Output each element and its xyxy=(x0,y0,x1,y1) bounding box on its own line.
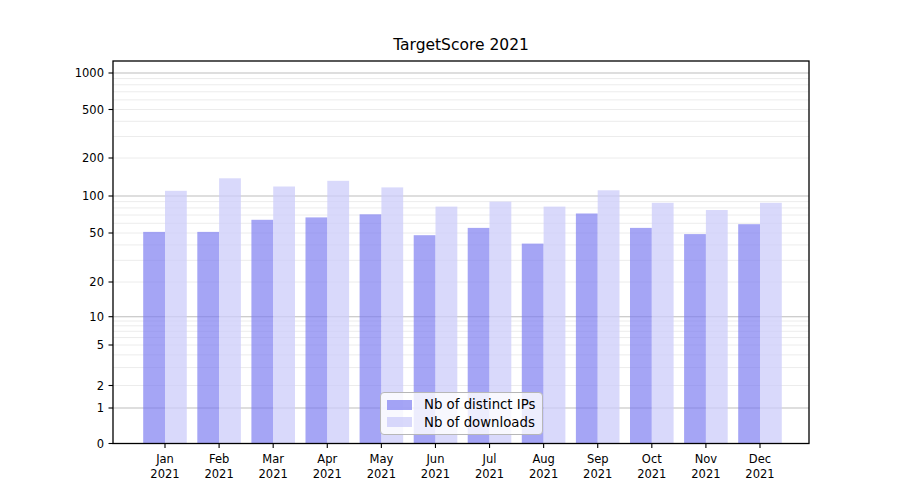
legend-swatch-distinct-ips xyxy=(387,400,412,410)
x-axis-tick-label-month: Oct xyxy=(642,452,662,466)
chart-legend: Nb of distinct IPs Nb of downloads xyxy=(380,392,543,435)
y-axis-tick-label: 500 xyxy=(82,103,104,117)
y-axis-tick-label: 20 xyxy=(89,275,104,289)
x-axis-tick-label-year: 2021 xyxy=(313,467,342,481)
legend-label-downloads: Nb of downloads xyxy=(424,415,535,430)
y-axis-tick-label: 1 xyxy=(97,401,104,415)
y-axis-tick-label: 5 xyxy=(97,338,104,352)
y-axis-tick-label: 10 xyxy=(89,310,104,324)
x-axis-tick-label-year: 2021 xyxy=(583,467,612,481)
bar-downloads-dec xyxy=(760,203,782,444)
y-axis-tick-label: 200 xyxy=(82,151,104,165)
legend-row-distinct-ips: Nb of distinct IPs xyxy=(387,396,534,414)
y-axis-tick-label: 100 xyxy=(82,189,104,203)
x-axis-tick-label-year: 2021 xyxy=(745,467,774,481)
x-axis-tick-label-month: Apr xyxy=(317,452,337,466)
y-axis-tick-label: 50 xyxy=(89,226,104,240)
bar-downloads-mar xyxy=(273,187,295,444)
bar-downloads-sep xyxy=(598,190,620,443)
bar-downloads-jan xyxy=(165,191,187,444)
x-axis-tick-label-year: 2021 xyxy=(259,467,288,481)
bar-distinct-ips-apr xyxy=(306,217,328,443)
x-axis-tick-label-month: Sep xyxy=(587,452,609,466)
bar-downloads-nov xyxy=(706,210,728,444)
x-axis-tick-label-month: Jul xyxy=(482,452,497,466)
bar-distinct-ips-sep xyxy=(576,214,598,444)
bar-downloads-apr xyxy=(327,181,349,444)
x-axis-tick-label-year: 2021 xyxy=(691,467,720,481)
y-axis-tick-label: 2 xyxy=(97,379,104,393)
bar-distinct-ips-oct xyxy=(630,228,652,444)
bar-distinct-ips-may xyxy=(360,214,382,443)
bar-distinct-ips-mar xyxy=(251,220,273,444)
bar-downloads-aug xyxy=(544,207,566,444)
bar-distinct-ips-jan xyxy=(143,232,165,444)
legend-row-downloads: Nb of downloads xyxy=(387,414,534,432)
x-axis-tick-label-year: 2021 xyxy=(529,467,558,481)
bar-downloads-feb xyxy=(219,178,241,443)
bar-distinct-ips-nov xyxy=(684,234,706,443)
x-axis-tick-label-month: Feb xyxy=(209,452,229,466)
x-axis-tick-label-year: 2021 xyxy=(637,467,666,481)
bar-downloads-oct xyxy=(652,203,674,444)
bar-distinct-ips-dec xyxy=(738,224,760,443)
legend-label-distinct-ips: Nb of distinct IPs xyxy=(424,397,535,412)
x-axis-tick-label-month: Dec xyxy=(749,452,771,466)
x-axis-tick-label-month: May xyxy=(369,452,393,466)
legend-swatch-downloads xyxy=(387,417,412,427)
x-axis-tick-label-year: 2021 xyxy=(475,467,504,481)
bar-distinct-ips-feb xyxy=(197,232,219,444)
x-axis-tick-label-month: Jan xyxy=(155,452,174,466)
x-axis-tick-label-year: 2021 xyxy=(150,467,179,481)
y-axis-tick-label: 1000 xyxy=(75,66,104,80)
x-axis-tick-label-year: 2021 xyxy=(367,467,396,481)
x-axis-tick-label-month: Aug xyxy=(532,452,554,466)
x-axis-tick-label-year: 2021 xyxy=(421,467,450,481)
x-axis-tick-label-month: Jun xyxy=(425,452,444,466)
x-axis-tick-label-month: Mar xyxy=(262,452,284,466)
x-axis-tick-label-year: 2021 xyxy=(204,467,233,481)
x-axis-tick-label-month: Nov xyxy=(695,452,718,466)
y-axis-tick-label: 0 xyxy=(97,437,104,451)
chart-canvas: 01251020501002005001000Jan2021Feb2021Mar… xyxy=(0,0,900,500)
chart-title: TargetScore 2021 xyxy=(393,36,529,54)
